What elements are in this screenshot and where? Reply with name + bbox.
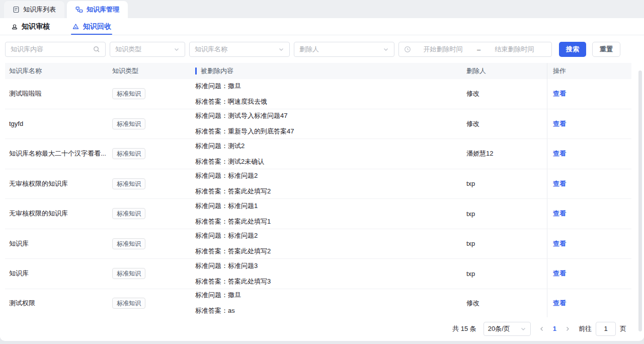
- cell-knowledge-type: 标准知识: [108, 268, 190, 279]
- page-size-select[interactable]: 20条/页: [484, 322, 531, 336]
- kb-content-search-input[interactable]: 知识库内容: [5, 42, 106, 57]
- deleted-answer: 标准答案：答案此处填写2: [195, 187, 271, 196]
- deleter-select[interactable]: 删除人: [294, 42, 394, 57]
- cell-kb-name: 测试权限: [5, 299, 108, 308]
- deleted-answer: 标准答案：测试2未确认: [195, 157, 264, 166]
- cell-deleter: 修改: [462, 89, 547, 98]
- cell-deleter: txp: [462, 210, 547, 218]
- deleted-answer: 标准答案：重新导入的到底答案47: [195, 127, 294, 136]
- page-unit: 页: [620, 324, 626, 333]
- manage-icon: [75, 6, 83, 13]
- deleted-question: 标准问题：标准问题2: [195, 231, 258, 240]
- subtab-knowledge-recycle[interactable]: 知识回收: [72, 18, 111, 35]
- view-link[interactable]: 查看: [553, 299, 566, 308]
- cell-kb-name: tgyfd: [5, 120, 108, 127]
- table-row: 无审核权限的知识库 标准知识 标准问题：标准问题2 标准答案：答案此处填写2 t…: [5, 169, 631, 199]
- table-row: 知识库 标准知识 标准问题：标准问题2 标准答案：答案此处填写2 txp 查看: [5, 229, 631, 259]
- subtab-knowledge-audit[interactable]: 知识审核: [11, 18, 50, 35]
- cell-knowledge-type: 标准知识: [108, 118, 190, 129]
- reset-button[interactable]: 重置: [592, 42, 620, 57]
- cell-kb-name: 知识库: [5, 239, 108, 248]
- deleted-question: 标准问题：撒旦: [195, 82, 241, 91]
- view-link[interactable]: 查看: [553, 149, 566, 158]
- cell-action: 查看: [547, 79, 631, 109]
- view-link[interactable]: 查看: [553, 119, 566, 128]
- deleted-answer: 标准答案：答案此处填写2: [195, 247, 271, 256]
- main-panel: 知识审核 知识回收 知识库内容 知识类型 知识库名称: [0, 18, 644, 341]
- search-button[interactable]: 搜索: [559, 42, 586, 57]
- filter-bar: 知识库内容 知识类型 知识库名称 删除人: [0, 35, 644, 63]
- vertical-scrollbar[interactable]: [638, 71, 642, 331]
- view-link[interactable]: 查看: [553, 209, 566, 218]
- cell-deleted-content: 标准问题：撒旦 标准答案：啊速度我去饿: [190, 82, 462, 106]
- chevron-left-icon[interactable]: [538, 326, 546, 332]
- clock-icon: [404, 46, 411, 53]
- cell-deleter: txp: [462, 270, 547, 278]
- cell-deleted-content: 标准问题：标准问题2 标准答案：答案此处填写2: [190, 231, 462, 256]
- cell-deleter: 潘娇慧12: [462, 149, 547, 158]
- knowledge-type-tag: 标准知识: [112, 118, 145, 129]
- cell-kb-name: 无审核权限的知识库: [5, 179, 108, 188]
- cell-action: 查看: [547, 109, 631, 139]
- document-icon: [13, 6, 20, 13]
- tab-knowledge-base-manage[interactable]: 知识库管理: [67, 1, 128, 18]
- view-link[interactable]: 查看: [553, 89, 566, 98]
- kb-name-select[interactable]: 知识库名称: [189, 42, 290, 57]
- audit-stamp-icon: [11, 23, 18, 30]
- chevron-right-icon[interactable]: [564, 326, 572, 332]
- goto-label: 前往: [579, 324, 592, 333]
- goto-page-input[interactable]: 1: [596, 322, 616, 336]
- knowledge-type-tag: 标准知识: [112, 298, 145, 309]
- delete-date-range-picker[interactable]: 开始删除时间 – 结束删除时间: [398, 42, 552, 57]
- pagination-bar: 共 15 条 20条/页 1 前往 1 页: [0, 317, 644, 340]
- cell-deleted-content: 标准问题：标准问题3 标准答案：答案此处填写3: [190, 261, 462, 286]
- knowledge-type-placeholder: 知识类型: [115, 45, 141, 54]
- cell-knowledge-type: 标准知识: [108, 208, 190, 219]
- cell-deleter: 修改: [462, 299, 547, 308]
- deleted-question: 标准问题：标准问题3: [195, 261, 258, 270]
- cell-deleted-content: 标准问题：测试导入标准问题47 标准答案：重新导入的到底答案47: [190, 111, 462, 136]
- cell-deleted-content: 标准问题：测试2 标准答案：测试2未确认: [190, 142, 462, 166]
- cell-action: 查看: [547, 199, 631, 229]
- date-start-placeholder: 开始删除时间: [411, 45, 475, 54]
- cell-deleted-content: 标准问题：标准问题2 标准答案：答案此处填写2: [190, 171, 462, 196]
- knowledge-type-tag: 标准知识: [112, 208, 145, 219]
- knowledge-type-tag: 标准知识: [112, 178, 145, 189]
- goto-page: 前往 1 页: [579, 322, 626, 336]
- table-header: 知识库名称 知识类型 被删除内容 删除人 操作: [5, 63, 631, 79]
- current-page[interactable]: 1: [553, 325, 556, 332]
- chevron-down-icon: [520, 326, 526, 332]
- search-icon: [93, 46, 100, 53]
- table-row: 知识库名称最大二十个汉字看看... 标准知识 标准问题：测试2 标准答案：测试2…: [5, 139, 631, 169]
- deleted-question: 标准问题：标准问题2: [195, 171, 258, 180]
- cell-action: 查看: [547, 289, 631, 317]
- col-header-kb-name: 知识库名称: [5, 66, 108, 76]
- cell-kb-name: 知识库名称最大二十个汉字看看...: [5, 149, 108, 158]
- table-row: 测试权限 标准知识 标准问题：撒旦 标准答案：as 修改 查看: [5, 289, 631, 317]
- date-end-placeholder: 结束删除时间: [482, 45, 546, 54]
- table-row: tgyfd 标准知识 标准问题：测试导入标准问题47 标准答案：重新导入的到底答…: [5, 109, 631, 140]
- deleted-answer: 标准答案：as: [195, 306, 235, 315]
- cell-deleter: 修改: [462, 119, 547, 128]
- kb-name-placeholder: 知识库名称: [195, 45, 227, 54]
- knowledge-type-tag: 标准知识: [112, 238, 145, 249]
- cell-kb-name: 无审核权限的知识库: [5, 209, 108, 218]
- view-link[interactable]: 查看: [553, 269, 566, 278]
- view-link[interactable]: 查看: [553, 179, 566, 188]
- subtab-label: 知识审核: [22, 22, 50, 31]
- chevron-down-icon: [278, 46, 284, 52]
- view-link[interactable]: 查看: [553, 239, 566, 248]
- deleted-question: 标准问题：标准问题1: [195, 201, 258, 211]
- page-size-value: 20条/页: [488, 324, 510, 333]
- knowledge-type-select[interactable]: 知识类型: [110, 42, 185, 57]
- cell-action: 查看: [547, 229, 631, 259]
- date-range-separator: –: [475, 46, 482, 53]
- tab-knowledge-base-list[interactable]: 知识库列表: [4, 1, 64, 18]
- chevron-down-icon: [174, 46, 180, 52]
- chevron-down-icon: [383, 46, 389, 52]
- cell-knowledge-type: 标准知识: [108, 178, 190, 189]
- cell-knowledge-type: 标准知识: [108, 88, 190, 99]
- deleted-answer: 标准答案：啊速度我去饿: [195, 97, 267, 106]
- cell-deleter: txp: [462, 180, 547, 187]
- recycle-table: 知识库名称 知识类型 被删除内容 删除人 操作 测试啦啦啦 标准知识 标准问题：…: [5, 63, 631, 317]
